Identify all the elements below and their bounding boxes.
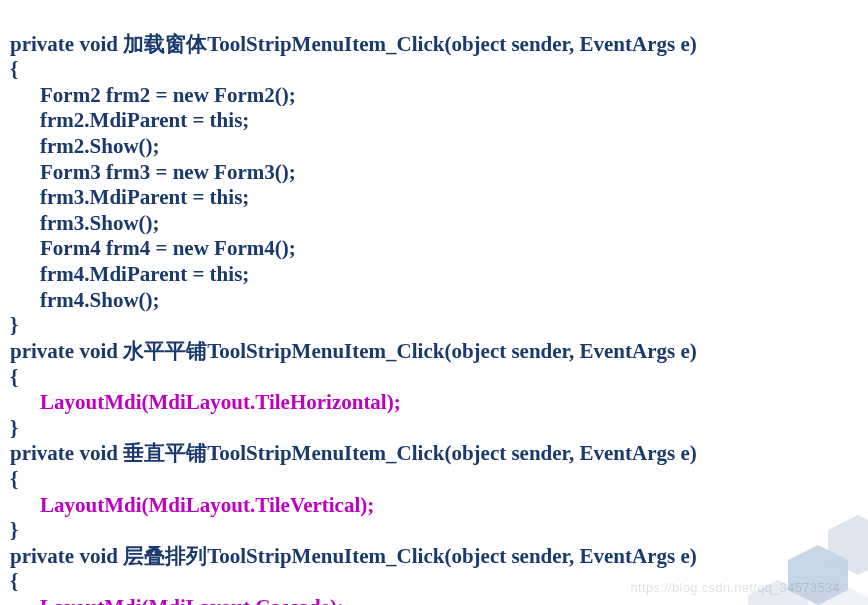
code-line: private void 水平平铺ToolStripMenuItem_Click… — [10, 339, 697, 363]
code-line: LayoutMdi(MdiLayout.TileHorizontal); — [40, 390, 401, 414]
code-line: LayoutMdi(MdiLayout.Cascade); — [40, 595, 344, 605]
code-line: frm2.MdiParent = this; — [40, 108, 249, 132]
code-line: private void 层叠排列ToolStripMenuItem_Click… — [10, 544, 697, 568]
code-line: Form4 frm4 = new Form4(); — [40, 236, 296, 260]
code-line: frm2.Show(); — [40, 134, 160, 158]
brace: } — [10, 416, 18, 440]
code-line: private void 垂直平铺ToolStripMenuItem_Click… — [10, 441, 697, 465]
code-line: Form3 frm3 = new Form3(); — [40, 160, 296, 184]
code-line: frm4.Show(); — [40, 288, 160, 312]
code-line: private void 加载窗体ToolStripMenuItem_Click… — [10, 32, 697, 56]
code-line: frm4.MdiParent = this; — [40, 262, 249, 286]
brace: { — [10, 467, 18, 491]
brace: { — [10, 365, 18, 389]
code-line: LayoutMdi(MdiLayout.TileVertical); — [40, 493, 374, 517]
code-line: Form2 frm2 = new Form2(); — [40, 83, 296, 107]
code-line: frm3.Show(); — [40, 211, 160, 235]
brace: } — [10, 518, 18, 542]
brace: { — [10, 569, 18, 593]
code-block: private void 加载窗体ToolStripMenuItem_Click… — [0, 0, 868, 605]
code-line: frm3.MdiParent = this; — [40, 185, 249, 209]
brace: { — [10, 57, 18, 81]
brace: } — [10, 313, 18, 337]
